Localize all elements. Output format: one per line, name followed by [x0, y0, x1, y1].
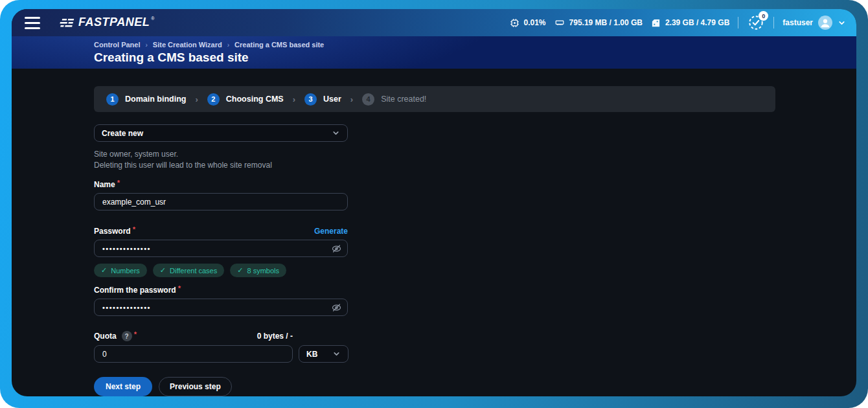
badge-label: 8 symbols	[247, 267, 279, 275]
logo-text: FASTPANEL	[78, 16, 150, 29]
required-mark: *	[178, 284, 181, 292]
sliders-icon	[58, 17, 75, 30]
badge-8-symbols: ✓ 8 symbols	[230, 264, 286, 277]
confirm-password-input[interactable]	[94, 299, 348, 316]
step-number: 3	[304, 93, 317, 106]
step-label: Domain binding	[125, 95, 186, 104]
badge-label: Numbers	[111, 267, 140, 275]
user-menu[interactable]: fastuser	[782, 16, 846, 30]
quota-label: Quota ? *	[94, 331, 137, 341]
quota-unit-select[interactable]: KB	[299, 345, 348, 363]
menu-icon[interactable]	[19, 13, 45, 32]
chevron-down-icon	[332, 129, 340, 137]
logo-registered-mark: ®	[151, 16, 154, 21]
fastpanel-logo[interactable]: FASTPANEL ®	[58, 16, 154, 30]
required-mark: *	[134, 330, 137, 338]
required-mark: *	[133, 225, 135, 233]
ram-icon	[554, 18, 565, 27]
username: fastuser	[782, 18, 813, 27]
confirm-password-label: Confirm the password *	[94, 286, 181, 295]
cpu-icon	[510, 18, 520, 28]
step-label: Choosing CMS	[226, 95, 284, 104]
user-mode-select-value: Create new	[102, 129, 143, 138]
person-icon	[818, 16, 832, 30]
main-content: 1 Domain binding › 2 Choosing CMS › 3 Us…	[12, 69, 856, 396]
breadcrumb-site-creation-wizard[interactable]: Site Creation Wizard	[153, 41, 222, 49]
eye-off-icon	[331, 302, 342, 313]
quota-inputs-row: KB	[94, 345, 775, 363]
breadcrumb-separator: ›	[227, 41, 229, 49]
wizard-actions: Next step Previous step	[94, 377, 775, 396]
required-mark: *	[117, 179, 120, 187]
step-choosing-cms[interactable]: 2 Choosing CMS	[207, 93, 284, 106]
page-header: Control Panel › Site Creation Wizard › C…	[12, 36, 856, 69]
badge-numbers: ✓ Numbers	[94, 264, 147, 277]
window-frame: FASTPANEL ® 0.01% 795.19 MB / 1.00	[0, 0, 868, 408]
badge-label: Different cases	[170, 267, 217, 275]
eye-off-icon	[331, 243, 342, 254]
step-number: 2	[207, 93, 220, 106]
disk-icon	[651, 18, 661, 28]
confirm-password-label-row: Confirm the password *	[94, 286, 348, 295]
user-note: Site owner, system user. Deleting this u…	[94, 149, 775, 170]
page-title: Creating a CMS based site	[94, 51, 856, 65]
check-icon: ✓	[101, 266, 107, 275]
ram-stat[interactable]: 795.19 MB / 1.00 GB	[554, 18, 643, 27]
confirm-password-input-wrap	[94, 299, 348, 316]
name-input-wrap	[94, 193, 348, 210]
top-bar-divider	[738, 17, 738, 28]
chevron-down-icon	[838, 19, 846, 27]
previous-step-button[interactable]: Previous step	[159, 377, 232, 396]
step-separator-icon: ›	[350, 95, 353, 104]
next-step-button[interactable]: Next step	[94, 377, 152, 396]
breadcrumb: Control Panel › Site Creation Wizard › C…	[94, 41, 856, 49]
password-input[interactable]	[94, 240, 348, 257]
user-note-line1: Site owner, system user.	[94, 149, 775, 160]
password-label-row: Password * Generate	[94, 227, 348, 236]
top-bar-divider	[773, 17, 774, 28]
step-domain-binding[interactable]: 1 Domain binding	[106, 93, 186, 106]
step-label: User	[323, 95, 341, 104]
quota-input[interactable]	[94, 345, 293, 363]
user-mode-select[interactable]: Create new	[94, 124, 348, 142]
step-separator-icon: ›	[195, 95, 198, 104]
step-number: 4	[362, 93, 374, 106]
step-site-created: 4 Site created!	[362, 93, 426, 106]
avatar	[818, 16, 832, 30]
wizard-steps-bar: 1 Domain binding › 2 Choosing CMS › 3 Us…	[94, 86, 775, 112]
step-label: Site created!	[381, 95, 426, 104]
cpu-usage-value: 0.01%	[524, 18, 546, 27]
toggle-password-visibility-button[interactable]	[331, 243, 342, 254]
quota-unit-value: KB	[306, 350, 317, 359]
password-label: Password *	[94, 227, 135, 236]
top-bar-stats: 0.01% 795.19 MB / 1.00 GB 2.39 GB / 4.79…	[510, 14, 847, 32]
toggle-confirm-visibility-button[interactable]	[331, 302, 342, 313]
step-separator-icon: ›	[293, 95, 295, 104]
check-icon: ✓	[237, 266, 243, 275]
badge-different-cases: ✓ Different cases	[153, 264, 224, 277]
chevron-down-icon	[332, 350, 341, 358]
password-strength-badges: ✓ Numbers ✓ Different cases ✓ 8 symbols	[94, 264, 775, 277]
tasks-button[interactable]: 0	[747, 14, 765, 32]
user-note-line2: Deleting this user will lead to the whol…	[94, 160, 775, 171]
app-window: FASTPANEL ® 0.01% 795.19 MB / 1.00	[12, 9, 856, 396]
ram-usage-value: 795.19 MB / 1.00 GB	[569, 18, 643, 27]
step-number: 1	[106, 93, 119, 106]
disk-usage-value: 2.39 GB / 4.79 GB	[665, 18, 729, 27]
name-label: Name *	[94, 180, 120, 189]
check-icon: ✓	[160, 266, 166, 275]
step-user[interactable]: 3 User	[304, 93, 341, 106]
generate-password-link[interactable]: Generate	[314, 227, 348, 236]
breadcrumb-current-page: Creating a CMS based site	[234, 41, 324, 49]
quota-label-row: Quota ? * 0 bytes / -	[94, 331, 293, 341]
breadcrumb-control-panel[interactable]: Control Panel	[94, 41, 141, 49]
password-input-wrap	[94, 240, 348, 257]
name-input[interactable]	[94, 193, 348, 210]
cpu-stat[interactable]: 0.01%	[510, 18, 546, 28]
disk-stat[interactable]: 2.39 GB / 4.79 GB	[651, 18, 729, 28]
notifications-count-badge: 0	[759, 11, 768, 21]
help-icon[interactable]: ?	[122, 331, 132, 341]
quota-usage-value: 0 bytes / -	[257, 332, 293, 341]
quota-input-wrap	[94, 345, 293, 363]
breadcrumb-separator: ›	[146, 41, 148, 49]
